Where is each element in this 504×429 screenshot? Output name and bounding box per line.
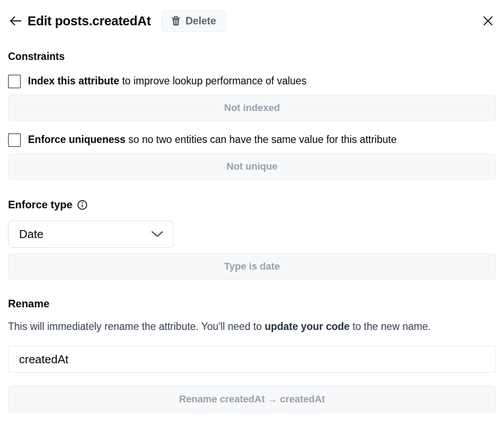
not-unique-status: Not unique [8,153,496,180]
index-constraint-row: Index this attribute to improve lookup p… [8,74,496,88]
chevron-down-icon [151,231,163,238]
close-button[interactable] [480,13,496,29]
close-icon [483,16,493,26]
enforce-type-heading: Enforce type [8,199,72,211]
back-button[interactable] [8,13,23,28]
info-icon[interactable] [77,200,87,210]
index-checkbox-label: Index this attribute to improve lookup p… [28,74,307,88]
rename-heading: Rename [8,298,496,310]
type-select-value: Date [19,227,151,241]
edit-attribute-panel: Edit posts.createdAt Delete Constraints … [0,0,504,413]
rename-input[interactable] [8,346,496,373]
page-title: Edit posts.createdAt [28,14,151,28]
enforce-type-heading-row: Enforce type [8,199,496,211]
trash-icon [171,16,181,26]
arrow-left-icon [9,16,22,26]
unique-constraint-row: Enforce uniqueness so no two entities ca… [8,133,496,147]
unique-checkbox-label: Enforce uniqueness so no two entities ca… [28,133,397,147]
index-checkbox[interactable] [8,75,21,88]
delete-button[interactable]: Delete [161,11,226,32]
unique-checkbox[interactable] [8,133,21,147]
panel-header: Edit posts.createdAt Delete [8,10,496,32]
rename-description: This will immediately rename the attribu… [8,317,496,336]
not-indexed-status: Not indexed [8,95,496,121]
constraints-heading: Constraints [8,51,496,63]
delete-button-label: Delete [185,15,216,27]
rename-action-button[interactable]: Rename createdAt → createdAt [8,385,496,413]
type-select[interactable]: Date [8,221,173,248]
type-status: Type is date [8,253,496,280]
